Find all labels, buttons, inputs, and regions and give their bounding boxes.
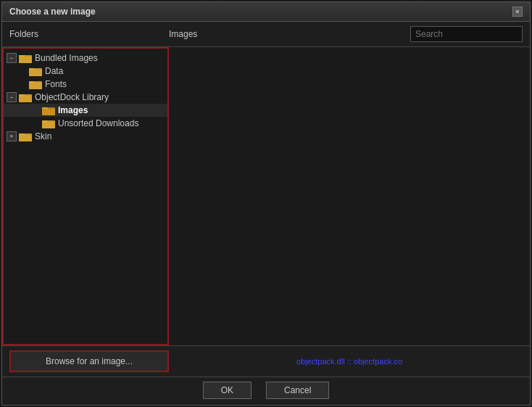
- folder-unsorted[interactable]: Unsorted Downloads: [4, 117, 167, 130]
- browse-button[interactable]: Browse for an image...: [9, 350, 169, 372]
- title-bar: Choose a new image ×: [2, 2, 530, 22]
- dialog-buttons: OK Cancel: [2, 377, 530, 405]
- folder-skin-label: Skin: [35, 131, 51, 141]
- main-row: − Bundled Images Data: [2, 46, 530, 345]
- folder-fonts[interactable]: Fonts: [4, 78, 167, 91]
- folder-data[interactable]: Data: [4, 65, 167, 78]
- folders-label: Folders: [9, 29, 162, 39]
- folder-icon-bundled: [19, 53, 32, 63]
- ok-button[interactable]: OK: [203, 382, 252, 399]
- svg-rect-20: [19, 135, 32, 141]
- folder-icon-images: [42, 105, 55, 115]
- folder-data-label: Data: [45, 66, 63, 76]
- images-label: Images: [169, 29, 403, 39]
- folder-images[interactable]: Images: [4, 104, 167, 117]
- folder-skin[interactable]: + Skin: [4, 130, 167, 143]
- title-bar-buttons: ×: [512, 7, 523, 17]
- expand-objectdock-icon[interactable]: −: [7, 92, 17, 102]
- folder-unsorted-label: Unsorted Downloads: [58, 118, 138, 128]
- content-area: Folders Images − Bundled Images: [2, 22, 530, 405]
- folder-icon-skin: [19, 131, 32, 141]
- folder-bundled-label: Bundled Images: [35, 53, 98, 63]
- dialog-title: Choose a new image: [9, 7, 96, 17]
- bottom-row: Browse for an image... objectpack.dll ::…: [2, 345, 530, 377]
- folders-panel: − Bundled Images Data: [2, 47, 169, 345]
- svg-rect-2: [19, 57, 32, 63]
- cancel-button[interactable]: Cancel: [266, 382, 329, 399]
- choose-image-dialog: Choose a new image × Folders Images − Bu…: [1, 1, 531, 406]
- folder-fonts-label: Fonts: [45, 79, 67, 89]
- folder-icon-objectdock: [19, 92, 32, 102]
- folder-bundled[interactable]: − Bundled Images: [4, 52, 167, 65]
- header-row: Folders Images: [2, 22, 530, 46]
- folder-icon-fonts: [29, 79, 42, 89]
- folder-objectdock[interactable]: − ObjectDock Library: [4, 91, 167, 104]
- folder-icon-data: [29, 66, 42, 76]
- folder-objectdock-label: ObjectDock Library: [35, 92, 109, 102]
- svg-rect-8: [29, 83, 42, 89]
- images-panel: [169, 47, 530, 345]
- folder-images-label: Images: [58, 105, 88, 115]
- search-input[interactable]: [410, 26, 523, 42]
- svg-rect-14: [42, 109, 55, 115]
- svg-rect-17: [42, 122, 55, 128]
- expand-skin-icon[interactable]: +: [7, 131, 17, 141]
- svg-rect-11: [19, 96, 32, 102]
- filename-display: objectpack.dll :: objectpack.co: [176, 357, 523, 366]
- svg-rect-5: [29, 70, 42, 76]
- expand-bundled-icon[interactable]: −: [7, 53, 17, 63]
- close-button[interactable]: ×: [512, 7, 523, 17]
- folder-icon-unsorted: [42, 118, 55, 128]
